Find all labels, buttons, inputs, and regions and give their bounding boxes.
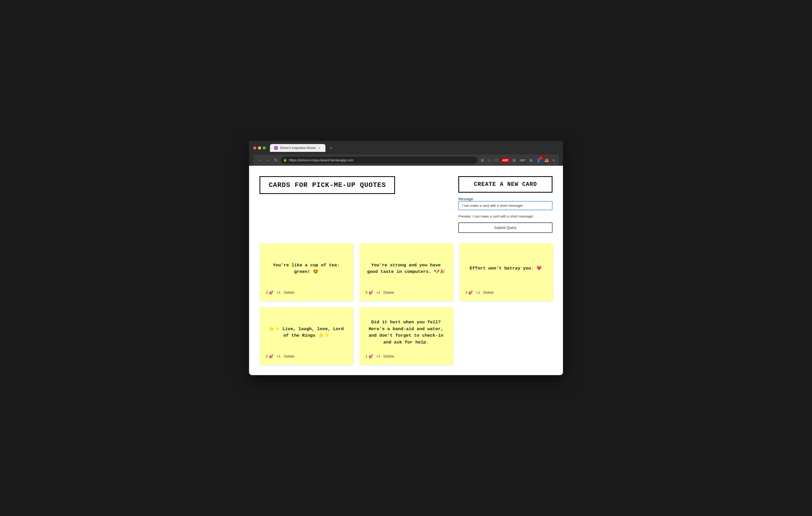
create-card-section: Create a New Card Message Preview: I can…: [458, 176, 552, 233]
address-input[interactable]: [281, 157, 478, 164]
toolbar-icons: ⊞ ☆ 🛡 ABP ⊞ ABP ⊞ 👤 1 🦊 ≡: [480, 157, 556, 163]
card-actions: 3 💕 +1 Delete: [266, 291, 347, 295]
list-item: You're strong and you have good taste in…: [359, 243, 453, 301]
list-item: You're like a cup of tea: green! 😍 3 💕 +…: [260, 243, 353, 301]
notification-badge: 1: [539, 156, 543, 160]
list-item: ⭐✨ Live, laugh, love, Lord of the Rings …: [260, 307, 353, 365]
preview-text: Preview: I can make a card with a short …: [458, 214, 552, 218]
add-tab-button[interactable]: +: [327, 144, 335, 152]
cards-grid: You're like a cup of tea: green! 😍 3 💕 +…: [260, 243, 552, 365]
delete-button[interactable]: Delete: [483, 291, 494, 295]
shield-icon[interactable]: 🛡: [494, 157, 499, 163]
active-tab[interactable]: ✦ Simon's Inspiration Board ✕: [270, 144, 325, 152]
list-item: Effort won't betray you. 💗 3 💕 +1 Delete: [459, 243, 552, 301]
card-likes: 1 💕: [366, 354, 373, 358]
tab-close-button[interactable]: ✕: [318, 146, 321, 150]
tab-favicon: ✦: [274, 146, 278, 150]
message-label: Message: [458, 197, 552, 201]
card-likes: 5 💕: [366, 291, 373, 295]
abp2-icon[interactable]: ABP: [518, 158, 527, 162]
lock-icon: 🔒: [283, 158, 287, 162]
plus-one-button[interactable]: +1: [476, 291, 480, 295]
page-content: Cards for Pick-me-up Quotes Create a New…: [249, 166, 563, 375]
traffic-light-yellow[interactable]: [258, 146, 261, 150]
card-message: You're like a cup of tea: green! 😍: [266, 252, 347, 285]
extensions-icon[interactable]: ⊞: [480, 157, 485, 163]
list-item: Did it hurt when you fell? Here's a band…: [359, 307, 453, 365]
traffic-light-green[interactable]: [263, 146, 266, 150]
plus-one-button[interactable]: +1: [376, 291, 380, 295]
plus-one-button[interactable]: +1: [277, 354, 281, 358]
card-message: Effort won't betray you. 💗: [465, 252, 546, 285]
forward-button[interactable]: →: [265, 157, 271, 164]
back-button[interactable]: ←: [256, 157, 263, 164]
browser-titlebar: ✦ Simon's Inspiration Board ✕ + ← → ↻ 🔒 …: [249, 141, 563, 166]
card-likes: 3 💕: [266, 291, 273, 295]
delete-button[interactable]: Delete: [284, 291, 294, 295]
card-actions: 0 💕 +1 Delete: [266, 354, 347, 358]
firefox-icon[interactable]: 🦊: [543, 157, 550, 163]
main-title: Cards for Pick-me-up Quotes: [260, 176, 395, 194]
bookmark-icon[interactable]: ☆: [487, 157, 492, 163]
card-message: Did it hurt when you fell? Here's a band…: [366, 315, 446, 349]
menu-grid-icon[interactable]: ⊞: [528, 157, 534, 163]
hamburger-menu[interactable]: ≡: [551, 157, 556, 163]
traffic-light-red[interactable]: [253, 146, 256, 150]
browser-window: ✦ Simon's Inspiration Board ✕ + ← → ↻ 🔒 …: [249, 141, 563, 375]
submit-button[interactable]: Submit Query: [458, 222, 552, 233]
delete-button[interactable]: Delete: [284, 354, 294, 358]
card-message: ⭐✨ Live, laugh, love, Lord of the Rings …: [266, 315, 347, 349]
card-actions: 3 💕 +1 Delete: [465, 291, 546, 295]
refresh-button[interactable]: ↻: [273, 157, 279, 164]
delete-button[interactable]: Delete: [383, 354, 394, 358]
card-likes: 3 💕: [465, 291, 473, 295]
delete-button[interactable]: Delete: [383, 291, 394, 295]
grid-icon[interactable]: ⊞: [512, 157, 517, 163]
tab-title: Simon's Inspiration Board: [280, 146, 316, 150]
card-message: You're strong and you have good taste in…: [366, 252, 446, 285]
browser-toolbar: ← → ↻ 🔒 ⊞ ☆ 🛡 ABP ⊞ ABP ⊞ 👤 1 🦊 ≡: [253, 154, 559, 166]
card-likes: 0 💕: [266, 354, 273, 358]
address-bar-container: 🔒: [281, 157, 478, 164]
plus-one-button[interactable]: +1: [376, 354, 380, 358]
traffic-lights: [253, 146, 266, 150]
tab-row: ✦ Simon's Inspiration Board ✕ +: [253, 144, 559, 152]
adblock-icon[interactable]: ABP: [501, 158, 510, 162]
create-card-title: Create a New Card: [458, 176, 552, 193]
page-header: Cards for Pick-me-up Quotes Create a New…: [260, 176, 552, 233]
form-group-message: Message: [458, 197, 552, 210]
message-input[interactable]: [458, 201, 552, 210]
card-actions: 1 💕 +1 Delete: [366, 354, 446, 358]
card-actions: 5 💕 +1 Delete: [366, 291, 446, 295]
profile-icon-container: 👤 1: [535, 157, 542, 163]
plus-one-button[interactable]: +1: [277, 291, 281, 295]
